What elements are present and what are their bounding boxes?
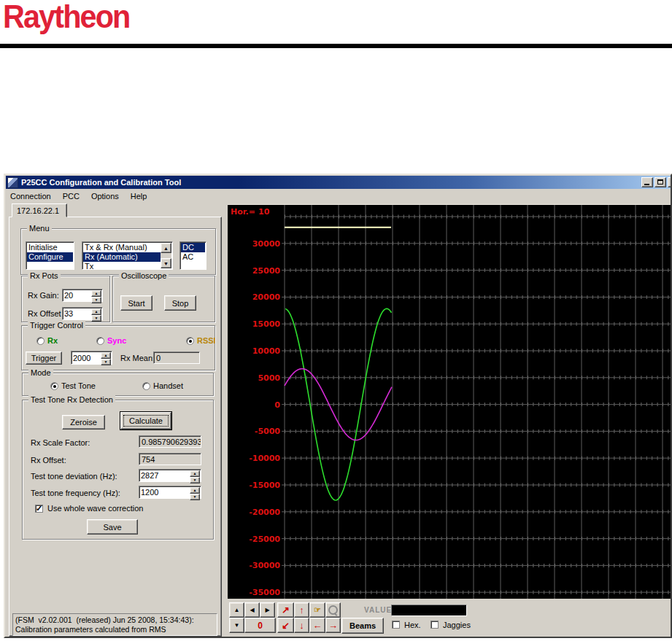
deviation-down-button[interactable]: ▼	[190, 477, 200, 483]
test-tone-deviation-stepper[interactable]: ▲ ▼	[139, 469, 201, 482]
configure-target-listbox: Tx & Rx (Manual) Rx (Automatic) Tx ▲ ▼	[82, 241, 173, 270]
pointer-mode-button[interactable]: ☞	[309, 602, 325, 618]
hex-checkbox-label[interactable]: Hex.	[404, 621, 421, 629]
rx-offset-down-button[interactable]: ▼	[91, 315, 101, 322]
shift-right-button[interactable]: →	[325, 618, 341, 633]
group-trigger-label: Trigger Control	[28, 321, 85, 330]
minimize-button[interactable]	[641, 177, 653, 187]
zoom-diagonal-out-button[interactable]: ↙	[277, 618, 294, 633]
svg-text:0: 0	[274, 400, 280, 410]
listbox-scrollbar[interactable]: ▲ ▼	[161, 243, 171, 268]
list-item-tx-rx-manual[interactable]: Tx & Rx (Manual)	[83, 243, 161, 252]
radio-rssi-label[interactable]: RSSI	[197, 336, 216, 345]
whole-wave-correction-checkbox[interactable]	[35, 505, 43, 513]
scale-down-button[interactable]: ↓	[294, 618, 309, 633]
pan-right-button[interactable]: ▶	[260, 602, 275, 618]
menu-bar: Connection PCC Options Help	[6, 190, 671, 202]
radio-sync-label[interactable]: Sync	[107, 336, 126, 345]
calculate-button[interactable]: Calculate	[120, 412, 171, 430]
hand-pointer-icon: ☞	[314, 605, 321, 615]
diagonal-up-arrow-icon: ↗	[282, 605, 290, 615]
list-item-rx-automatic[interactable]: Rx (Automatic)	[83, 252, 161, 262]
list-item-ac[interactable]: AC	[181, 252, 205, 262]
radio-rx[interactable]	[36, 337, 45, 345]
rx-offset-stepper[interactable]: ▲ ▼	[62, 307, 103, 320]
zoom-diagonal-in-button[interactable]: ↗	[277, 602, 294, 618]
pan-left-button[interactable]: ◀	[244, 602, 260, 618]
shift-left-button[interactable]: ←	[309, 618, 325, 633]
scrollbar-up-button[interactable]: ▲	[161, 243, 171, 253]
radio-test-tone-label[interactable]: Test Tone	[61, 381, 96, 390]
jaggies-checkbox[interactable]	[430, 621, 439, 629]
rx-offset-up-button[interactable]: ▲	[91, 308, 101, 315]
menu-options[interactable]: Options	[87, 191, 123, 201]
radio-test-tone[interactable]	[50, 382, 58, 390]
test-tone-frequency-stepper[interactable]: ▲ ▼	[139, 486, 201, 499]
deviation-updown: ▲ ▼	[190, 470, 200, 481]
test-tone-deviation-input[interactable]	[141, 470, 189, 481]
zeroise-button[interactable]: Zeroise	[62, 415, 105, 430]
rx-gain-updown: ▲ ▼	[91, 290, 101, 300]
rx-offset-input[interactable]	[64, 308, 90, 319]
close-button[interactable]: ×	[668, 177, 672, 187]
oscilloscope-plot: 300002500020000150001000050000-5000-1000…	[228, 205, 672, 599]
whole-wave-correction-label[interactable]: Use whole wave correction	[47, 504, 143, 513]
test-tone-frequency-input[interactable]	[141, 487, 189, 497]
scrollbar-down-button[interactable]: ▼	[161, 258, 171, 268]
trigger-level-stepper[interactable]: ▲ ▼	[71, 351, 112, 365]
zoom-tool-button-disabled[interactable]	[325, 602, 341, 618]
group-oscilloscope: Oscilloscope Start Stop	[112, 276, 215, 322]
menu-pcc[interactable]: PCC	[58, 191, 84, 201]
rx-gain-input[interactable]	[64, 290, 90, 300]
value-readout	[391, 605, 467, 616]
rx-gain-down-button[interactable]: ▼	[91, 297, 101, 303]
svg-text:Hor.=: Hor.=	[231, 207, 255, 217]
tab-ip-address[interactable]: 172.16.22.1	[12, 203, 67, 217]
raytheon-logo: Raytheon	[3, 0, 129, 35]
list-item-dc[interactable]: DC	[181, 243, 205, 252]
radio-handset[interactable]	[142, 382, 150, 390]
maximize-button[interactable]	[654, 177, 666, 187]
frequency-updown: ▲ ▼	[190, 487, 200, 497]
document-page: { "page": { "logo_text": "Raytheon", "lo…	[0, 0, 672, 641]
hex-checkbox[interactable]	[392, 621, 400, 629]
rx-gain-stepper[interactable]: ▲ ▼	[62, 289, 103, 302]
radio-handset-label[interactable]: Handset	[153, 381, 183, 390]
trigger-button[interactable]: Trigger	[26, 351, 62, 365]
menu-help[interactable]: Help	[126, 191, 152, 201]
group-test-tone-rx-detection: Test Tone Rx Detection Zeroise Calculate…	[22, 400, 214, 540]
jaggies-checkbox-label[interactable]: Jaggies	[443, 621, 471, 629]
frequency-up-button[interactable]: ▲	[190, 487, 200, 494]
group-mode-label: Mode	[28, 368, 53, 378]
coupling-listbox: DC AC	[179, 241, 206, 270]
pan-up-button[interactable]: ▲	[229, 602, 244, 618]
magnifier-icon	[328, 605, 338, 615]
list-item-initialise[interactable]: Initialise	[27, 243, 73, 252]
test-tone-frequency-label: Test tone frequency (Hz):	[31, 489, 120, 497]
trigger-level-input[interactable]	[73, 352, 100, 363]
svg-text:-5000: -5000	[255, 427, 281, 436]
trigger-level-down-button[interactable]: ▼	[101, 359, 111, 365]
radio-rssi[interactable]	[186, 337, 194, 345]
trigger-level-up-button[interactable]: ▲	[101, 352, 111, 359]
radio-sync[interactable]	[96, 337, 104, 345]
save-button[interactable]: Save	[87, 519, 138, 535]
diagonal-down-arrow-icon: ↙	[282, 621, 290, 630]
frequency-down-button[interactable]: ▼	[190, 494, 200, 500]
svg-text:-25000: -25000	[249, 535, 280, 544]
beams-button[interactable]: Beams	[341, 618, 384, 634]
rx-gain-up-button[interactable]: ▲	[91, 290, 101, 297]
rx-offset-result-field: 754	[139, 453, 201, 465]
list-item-tx[interactable]: Tx	[83, 262, 161, 270]
maximize-icon	[657, 179, 663, 184]
svg-text:25000: 25000	[252, 266, 281, 276]
radio-rx-label[interactable]: Rx	[47, 336, 58, 345]
scale-up-button[interactable]: ↑	[294, 602, 309, 618]
menu-connection[interactable]: Connection	[6, 191, 55, 201]
deviation-up-button[interactable]: ▲	[190, 470, 200, 477]
pan-down-button[interactable]: ▼	[229, 618, 244, 633]
divider-rule	[0, 44, 672, 48]
list-item-configure[interactable]: Configure	[27, 252, 73, 262]
start-button[interactable]: Start	[120, 295, 152, 311]
stop-button[interactable]: Stop	[164, 295, 196, 311]
